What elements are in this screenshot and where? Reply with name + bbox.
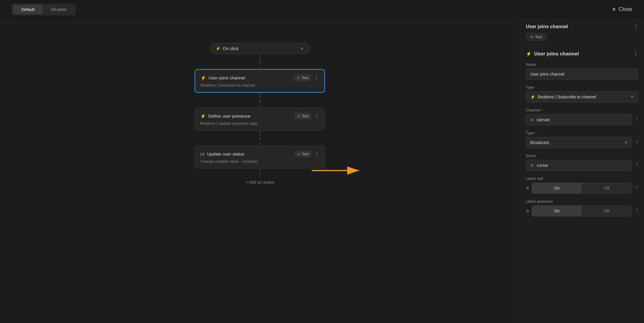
node3-more-button[interactable]: ⋮ [314,151,319,157]
connector-2: + ↓ [258,93,261,108]
arrow-down-3: ↓ [259,141,261,145]
play-icon [530,36,533,39]
type2-field-group: Type * Broadcast ▼ ? [526,131,638,148]
channel-field-icon: ⚙ [530,118,534,122]
node2-badge-dot [297,115,300,117]
node2-test-badge[interactable]: Test [294,113,312,119]
detail-lightning-icon: ⚡ [526,51,532,57]
type2-chevron-icon: ▼ [624,141,627,144]
connector-1: + ↓ [258,54,261,69]
canvas-area: ⚡ On click ▼ + ↓ ⚡ User joins channel [0,19,520,323]
listen-self-help-icon[interactable]: ? [635,186,638,191]
type2-label: Type * [526,131,638,135]
right-panel: User joins channel ⋮ Test ⚡ User joins c… [520,19,644,323]
add-action-button[interactable]: + Add an action [246,180,274,185]
node3-variable-icon: {x} [200,152,205,156]
connector-3: + ↓ [258,131,261,145]
node-define-user-presence[interactable]: ⚡ Define user presence Test ⋮ Realtime |… [195,108,325,131]
name-label: Name [526,62,638,67]
event-field-icon: ⚙ [530,163,534,168]
node3-subtitle: Change variable value · myStatus [200,159,319,164]
top-bar: Default On error ✕ Close [0,0,644,19]
listen-presence-icon: ⚙ [526,209,529,213]
panel-top-more-button[interactable]: ⋮ [633,24,638,29]
listen-self-toggle[interactable]: On Off [532,183,632,194]
chevron-down-icon: ▼ [300,47,304,51]
detail-more-button[interactable]: ⋮ [633,51,638,57]
close-button[interactable]: ✕ Close [612,6,632,13]
channel-label: Channel * [526,108,638,112]
node2-subtitle: Realtime | Update presence state [200,121,319,126]
event-label: Event [526,153,638,158]
event-help-icon[interactable]: ? [635,163,638,168]
connector-line-2 [259,93,260,99]
panel-section-title: ⚡ User joins channel ⋮ [526,51,638,57]
node-update-user-status[interactable]: {x} Update user status Test ⋮ Change var… [195,145,325,169]
node1-badge-dot [297,77,299,79]
orange-arrow [312,162,365,180]
connector-line-3 [259,131,260,137]
tab-default[interactable]: Default [13,5,43,14]
listen-self-off-option[interactable]: Off [582,183,632,194]
listen-self-field-group: Listen self ⚙ On Off ? [526,176,638,194]
node1-more-button[interactable]: ⋮ [314,75,319,81]
listen-presence-field-group: Listen presence ⚙ On Off ? [526,199,638,217]
channel-help-icon[interactable]: ? [635,117,638,122]
trigger-label: On click [223,46,238,51]
listen-self-label: Listen self [526,176,638,181]
tab-on-error[interactable]: On error [43,5,75,14]
main-layout: ⚡ On click ▼ + ↓ ⚡ User joins channel [0,19,644,323]
trigger-icon: ⚡ [216,46,220,51]
node-user-joins-channel[interactable]: ⚡ User joins channel Test ⋮ Realtime | S… [195,69,325,93]
type-field-group: Type ⚡ Realtime | Subscribe to channel ▼ [526,85,638,103]
listen-presence-off-option[interactable]: Off [582,206,632,216]
node3-test-badge[interactable]: Test [294,151,312,157]
name-input[interactable]: User joins channel [526,68,638,80]
connector-line [259,54,260,60]
name-field-group: Name User joins channel [526,62,638,80]
arrow-down-4: ↓ [259,174,261,179]
close-icon: ✕ [612,6,616,13]
listen-presence-label: Listen presence [526,199,638,204]
event-field-group: Event ⚙ cursor ? [526,153,638,171]
type-chevron-icon: ▼ [630,95,634,99]
panel-top-title-text: User joins channel [526,24,568,29]
arrow-down-1: ↓ [259,64,261,69]
listen-presence-on-option[interactable]: On [532,206,582,216]
panel-detail: ⚡ User joins channel ⋮ Name User joins c… [520,45,644,323]
channel-field-group: Channel * ⚙ canvas ? [526,108,638,125]
tab-group: Default On error [12,4,76,15]
trigger-node[interactable]: ⚡ On click ▼ [209,43,310,54]
connector-4: ↓ [259,169,261,179]
type-lightning-icon: ⚡ [530,95,535,99]
event-input[interactable]: ⚙ cursor [526,160,632,171]
channel-input[interactable]: ⚙ canvas [526,114,632,125]
panel-top: User joins channel ⋮ Test [520,19,644,45]
connector-line-4 [259,169,260,175]
type2-help-icon[interactable]: ? [635,140,638,145]
listen-self-on-option[interactable]: On [532,183,582,194]
type-label: Type [526,85,638,89]
listen-self-icon: ⚙ [526,186,529,191]
node2-more-button[interactable]: ⋮ [314,113,319,119]
panel-test-button[interactable]: Test [526,33,547,41]
type-dropdown[interactable]: ⚡ Realtime | Subscribe to channel ▼ [526,91,638,103]
listen-presence-toggle[interactable]: On Off [532,205,632,217]
type2-dropdown[interactable]: Broadcast ▼ [526,137,632,148]
node3-badge-dot [297,153,300,155]
arrow-down-2: ↓ [259,103,261,108]
node1-lightning-icon: ⚡ [201,75,206,81]
listen-presence-help-icon[interactable]: ? [635,208,638,214]
node1-subtitle: Realtime | Subscribe to channel [201,83,319,87]
node2-lightning-icon: ⚡ [200,113,206,119]
node1-test-badge[interactable]: Test [294,74,311,81]
